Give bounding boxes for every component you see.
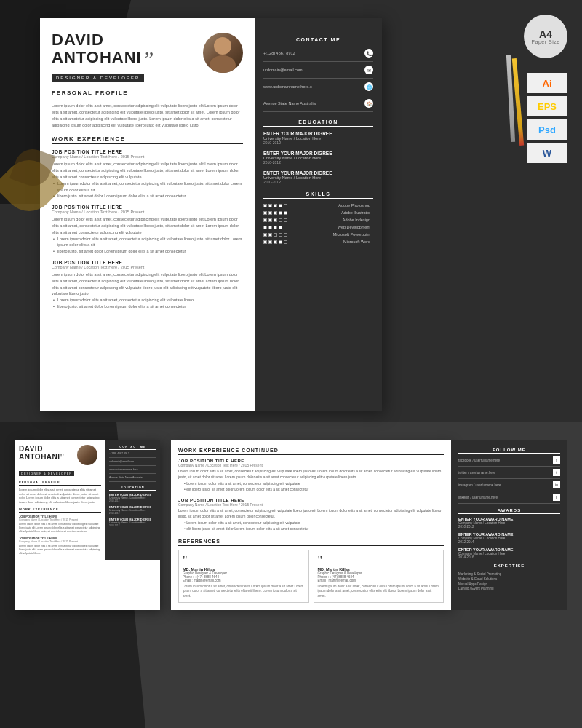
a4-size-label: A4	[539, 29, 552, 39]
expertise-title: EXPERTISE	[458, 563, 560, 569]
linkedin-icon: li	[553, 494, 560, 501]
job-title-1: JOB POSITION TITLE HERE	[52, 149, 243, 154]
phone-icon: 📞	[364, 49, 373, 58]
job-bullet-1-2: libero justo. sit amet dolor Lorem ipsum…	[52, 193, 243, 199]
job-text-1: Lorem ipsum dolor elits a sit amet, cons…	[52, 161, 243, 180]
facebook-icon: f	[553, 456, 560, 464]
ref1-text: Lorem ipsum dolor a sit amet, consectetu…	[183, 585, 305, 598]
ref2-quote: "	[318, 554, 440, 567]
preview-profile-text: Lorem ipsum dolor elits a sit amet, cons…	[19, 488, 101, 504]
contact-website: www.urdomainname.here.c 🌐	[263, 82, 373, 95]
reference-1: " MD. Martin Killas Graphic Designer & D…	[178, 550, 309, 603]
cont-job-text-2: Lorem ipsum dolor elits a sit amet, cons…	[178, 508, 444, 519]
ref2-email: Email : martin@email.com	[318, 579, 440, 582]
job-bullet-3-2: libero justo. sit amet dolor Lorem ipsum…	[52, 304, 243, 310]
leaf-decoration-top	[0, 146, 58, 218]
preview-card-left: DAVID ANTOHANI " DESIGNER & DEVELOPER PE…	[15, 440, 105, 560]
cont-job-text-1: Lorem ipsum dolor elits a sit amet, cons…	[178, 469, 444, 480]
job-text-3: Lorem ipsum dolor elits a sit amet, cons…	[52, 272, 243, 297]
email-icon: ✉	[364, 66, 373, 74]
skill-photoshop: Adobe Photoshop	[263, 203, 373, 207]
edu-entry-1: ENTER YOUR MAJOR DIGREE University Name …	[263, 131, 373, 145]
subtitle-bar: DESIGNER & DEVELOPER	[52, 74, 144, 82]
skill-dots-photoshop	[263, 204, 287, 207]
ref1-email: Email : martin@email.com	[183, 579, 305, 582]
skills-title: SKILLS	[263, 191, 373, 199]
edu-entry-3: ENTER YOUR MAJOR DIGREE University Name …	[263, 170, 373, 184]
profile-photo	[203, 33, 243, 73]
skill-webdev: Web Development	[263, 225, 373, 229]
contact-address: Avenue State Name Australia 🏠	[263, 99, 373, 112]
job-meta-2: Company Name / Location Text Here / 2015…	[52, 210, 243, 214]
personal-profile-text: Lorem ipsum dolor elits a sit amet, cons…	[52, 103, 243, 128]
job-text-2: Lorem ipsum dolor elits a sit amet, cons…	[52, 216, 243, 235]
contact-title: CONTACT ME	[263, 37, 373, 44]
badge-eps: EPS	[527, 96, 567, 116]
follow-me-title: FOLLOW ME	[458, 448, 560, 454]
awards-title: AWARDS	[458, 508, 560, 514]
job-bullet-1-1: Lorem ipsum dolor elits a sit amet, cons…	[52, 181, 243, 194]
resume-right-col: CONTACT ME +(128) 4567 8912 📞 urdomain@e…	[255, 18, 382, 411]
social-facebook: facebook / userfulname.here f	[458, 456, 560, 467]
resume-main: DAVID ANTOHANI ” DESIGNER & DEVELOPER	[40, 18, 382, 411]
job-title-3: JOB POSITION TITLE HERE	[52, 260, 243, 265]
resume-header: DAVID ANTOHANI ” DESIGNER & DEVELOPER	[52, 31, 243, 82]
badge-ai: Ai	[527, 73, 567, 93]
education-title: EDUCATION	[263, 119, 373, 127]
edu-entry-2: ENTER YOUR MAJOR DIGREE University Name …	[263, 151, 373, 165]
ref2-text: Lorem ipsum dolor a sit amet, consectetu…	[318, 585, 440, 598]
svg-point-1	[210, 55, 236, 73]
badge-psd: Psd	[527, 119, 567, 140]
bottom-center-panel: WORK EXPERIENCE CONTINUED JOB POSITION T…	[171, 440, 451, 610]
award-3: ENTER YOUR AWARD NAME Company Name / Loc…	[458, 547, 560, 559]
cont-job-meta-2: Company Name / Location Text Here / 2015…	[178, 502, 444, 507]
references-row: " MD. Martin Killas Graphic Designer & D…	[178, 550, 444, 603]
website-icon: 🌐	[364, 82, 373, 91]
software-badges-container: Ai EPS Psd W	[527, 73, 567, 163]
resume-card-top: DAVID ANTOHANI ” DESIGNER & DEVELOPER	[40, 18, 382, 411]
cont-job-bullet-2-1: • Lorem ipsum dolor elits a sit amet, co…	[178, 521, 444, 526]
references-title: REFERENCES	[178, 539, 444, 546]
badge-w: W	[527, 143, 567, 163]
cont-job-meta-1: Company Name / Location Text Here / 2015…	[178, 463, 444, 467]
reference-2: " MD. Martin Killas Graphic Designer & D…	[314, 550, 445, 603]
cont-job-bullet-1-1: • Lorem ipsum dolor elits a sit amet, co…	[178, 481, 444, 487]
job-bullet-2-2: libero justo. sit amet dolor Lorem ipsum…	[52, 248, 243, 255]
resume-left-col: DAVID ANTOHANI ” DESIGNER & DEVELOPER	[40, 18, 255, 411]
preview-card-right: CONTACT ME +(128) 4567 8912 urdomain@ema…	[105, 440, 160, 560]
preview-card: DAVID ANTOHANI " DESIGNER & DEVELOPER PE…	[15, 440, 160, 560]
job-bullet-3-1: Lorem ipsum dolor elits a sit amet, cons…	[52, 297, 243, 304]
twitter-icon: t	[553, 469, 560, 476]
preview-work-title: WORK EXPERIENCE	[19, 507, 101, 513]
expertise-text: Marketing & Social Promoting Website & C…	[458, 572, 560, 592]
a4-sub-label: Paper Size	[531, 39, 559, 44]
svg-point-0	[214, 37, 231, 55]
preview-profile-title: PERSONAL PROFILE	[19, 480, 101, 486]
job-meta-3: Company Name / Location Text Here / 2015…	[52, 265, 243, 269]
a4-badge: A4 Paper Size	[524, 15, 567, 58]
contact-email: urdomain@email.com ✉	[263, 66, 373, 79]
cont-job-bullet-2-2: • elit libero justo. sit amet dolor Lore…	[178, 526, 444, 532]
address-icon: 🏠	[364, 99, 373, 108]
job-title-2: JOB POSITION TITLE HERE	[52, 205, 243, 210]
instagram-icon: in	[553, 481, 560, 488]
social-twitter: twitter / userfulname.here t	[458, 469, 560, 479]
header-text: DAVID ANTOHANI ” DESIGNER & DEVELOPER	[52, 31, 197, 82]
preview-name1: DAVID	[19, 445, 74, 453]
quote-mark: ”	[145, 49, 154, 69]
social-instagram: instagram / userfulname.here in	[458, 481, 560, 491]
cont-job-bullet-1-2: • elit libero justo. sit amet dolor Lore…	[178, 487, 444, 493]
work-continued-title: WORK EXPERIENCE CONTINUED	[178, 448, 444, 455]
award-1: ENTER YOUR AWARD NAME Company Name / Loc…	[458, 517, 560, 529]
contact-phone: +(128) 4567 8912 📞	[263, 49, 373, 62]
resume-preview-small: DAVID ANTOHANI " DESIGNER & DEVELOPER PE…	[15, 440, 160, 610]
job-bullet-2-1: Lorem ipsum dolor elits a sit amet, cons…	[52, 236, 243, 249]
bottom-right-panel: FOLLOW ME facebook / userfulname.here f …	[451, 440, 567, 610]
social-linkedin: linkedin / userfulname.here li	[458, 494, 560, 504]
skill-powerpoint: Microsoft Powerpoint	[263, 232, 373, 237]
personal-profile-title: PERSONAL PROFILE	[52, 90, 243, 98]
preview-name2: ANTOHANI	[19, 453, 60, 461]
work-experience-title: WORK EXPERIENCE	[52, 135, 243, 144]
award-2: ENTER YOUR AWARD NAME Company Name / Loc…	[458, 532, 560, 544]
job-meta-1: Company Name / Location Text Here / 2015…	[52, 154, 243, 159]
